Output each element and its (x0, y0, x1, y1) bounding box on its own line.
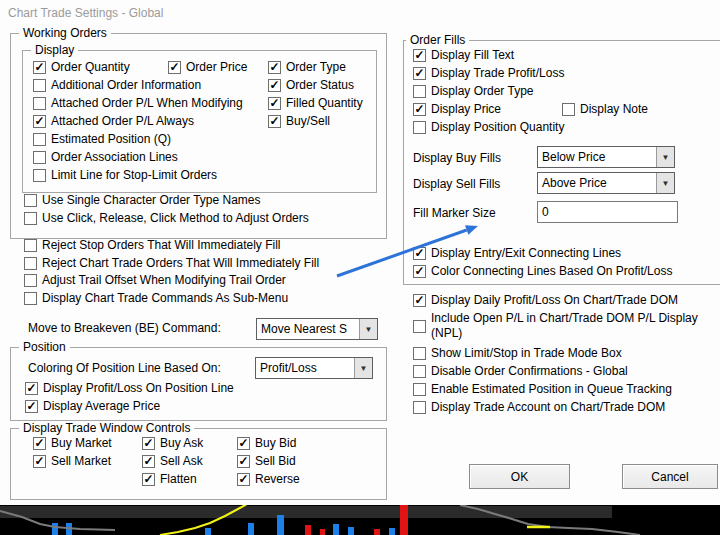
checkbox-icon[interactable] (142, 437, 155, 450)
cancel-button[interactable]: Cancel (622, 464, 718, 489)
checkbox-adjust-trail-offset[interactable]: Adjust Trail Offset When Modifying Trail… (24, 274, 286, 287)
checkbox-display-fill-text[interactable]: Display Fill Text (413, 49, 514, 62)
checkbox-icon[interactable] (237, 473, 250, 486)
checkbox-entry-exit-connecting-lines[interactable]: Display Entry/Exit Connecting Lines (413, 247, 621, 260)
chevron-down-icon[interactable]: ▼ (656, 173, 674, 193)
checkbox-icon[interactable] (142, 455, 155, 468)
checkbox-sell-bid[interactable]: Sell Bid (237, 455, 296, 468)
chevron-down-icon[interactable]: ▼ (359, 319, 377, 339)
checkbox-icon[interactable] (33, 61, 46, 74)
checkbox-sell-market[interactable]: Sell Market (33, 455, 111, 468)
checkbox-icon[interactable] (25, 382, 38, 395)
checkbox-show-limit-stop[interactable]: Show Limit/Stop in Trade Mode Box (413, 347, 622, 360)
display-buy-fills-select[interactable]: Below Price ▼ (537, 146, 675, 168)
checkbox-enable-estimated-position-queue[interactable]: Enable Estimated Position in Queue Track… (413, 383, 672, 396)
chart-trade-settings-dialog: Chart Trade Settings - Global Working Or… (0, 0, 720, 535)
checkbox-reject-chart-trade-orders[interactable]: Reject Chart Trade Orders That Will Imme… (24, 257, 319, 270)
checkbox-flatten[interactable]: Flatten (142, 473, 197, 486)
checkbox-display-position-quantity[interactable]: Display Position Quantity (413, 121, 564, 134)
checkbox-icon[interactable] (33, 455, 46, 468)
checkbox-icon[interactable] (268, 79, 281, 92)
checkbox-buy-sell[interactable]: Buy/Sell (268, 115, 330, 128)
checkbox-reject-stop-orders[interactable]: Reject Stop Orders That Will Immediately… (24, 239, 281, 252)
checkbox-icon[interactable] (24, 212, 37, 225)
checkbox-display-order-type-fills[interactable]: Display Order Type (413, 85, 534, 98)
checkbox-icon[interactable] (33, 133, 46, 146)
checkbox-icon[interactable] (33, 169, 46, 182)
checkbox-buy-market[interactable]: Buy Market (33, 437, 112, 450)
checkbox-icon[interactable] (413, 365, 426, 378)
checkbox-order-price[interactable]: Order Price (168, 61, 247, 74)
checkbox-estimated-position[interactable]: Estimated Position (Q) (33, 133, 171, 146)
checkbox-icon[interactable] (413, 294, 426, 307)
checkbox-buy-bid[interactable]: Buy Bid (237, 437, 296, 450)
checkbox-color-connecting-lines[interactable]: Color Connecting Lines Based On Profit/L… (413, 265, 672, 278)
checkbox-icon[interactable] (237, 455, 250, 468)
checkbox-icon[interactable] (413, 265, 426, 278)
checkbox-icon[interactable] (24, 239, 37, 252)
checkbox-icon[interactable] (33, 437, 46, 450)
checkbox-icon[interactable] (268, 115, 281, 128)
display-sell-fills-select[interactable]: Above Price ▼ (537, 172, 675, 194)
checkbox-display-trade-pl[interactable]: Display Trade Profit/Loss (413, 67, 564, 80)
checkbox-icon[interactable] (413, 49, 426, 62)
checkbox-filled-quantity[interactable]: Filled Quantity (268, 97, 363, 110)
checkbox-icon[interactable] (24, 194, 37, 207)
checkbox-attached-order-pl-always[interactable]: Attached Order P/L Always (33, 115, 194, 128)
checkbox-include-open-pl[interactable] (413, 320, 426, 333)
checkbox-limit-line-stop-limit[interactable]: Limit Line for Stop-Limit Orders (33, 169, 217, 182)
checkbox-reverse[interactable]: Reverse (237, 473, 300, 486)
checkbox-order-type[interactable]: Order Type (268, 61, 346, 74)
ok-button[interactable]: OK (469, 464, 570, 489)
checkbox-display-pl-on-position-line[interactable]: Display Profit/Loss On Position Line (25, 382, 234, 395)
checkbox-icon[interactable] (33, 97, 46, 110)
checkbox-icon[interactable] (413, 67, 426, 80)
checkbox-display-daily-pl[interactable]: Display Daily Profit/Loss On Chart/Trade… (413, 294, 678, 307)
checkbox-icon[interactable] (168, 61, 181, 74)
breakeven-command-label: Move to Breakeven (BE) Command: (28, 321, 221, 335)
checkbox-display-average-price[interactable]: Display Average Price (25, 400, 160, 413)
checkbox-icon[interactable] (413, 401, 426, 414)
checkbox-icon[interactable] (33, 115, 46, 128)
checkbox-order-association-lines[interactable]: Order Association Lines (33, 151, 178, 164)
fill-marker-size-input[interactable] (537, 201, 678, 223)
checkbox-icon[interactable] (237, 437, 250, 450)
checkbox-icon[interactable] (268, 97, 281, 110)
chevron-down-icon[interactable]: ▼ (354, 358, 372, 378)
checkbox-chart-trade-commands-submenu[interactable]: Display Chart Trade Commands As Sub-Menu (24, 292, 288, 305)
checkbox-order-quantity[interactable]: Order Quantity (33, 61, 130, 74)
checkbox-display-price[interactable]: Display Price (413, 103, 501, 116)
checkbox-display-trade-account[interactable]: Display Trade Account on Chart/Trade DOM (413, 401, 665, 414)
checkbox-order-status[interactable]: Order Status (268, 79, 354, 92)
checkbox-icon[interactable] (413, 247, 426, 260)
checkbox-icon[interactable] (24, 274, 37, 287)
checkbox-icon[interactable] (413, 347, 426, 360)
breakeven-command-select[interactable]: Move Nearest S ▼ (256, 318, 378, 340)
checkbox-icon[interactable] (25, 400, 38, 413)
checkbox-disable-order-confirmations[interactable]: Disable Order Confirmations - Global (413, 365, 628, 378)
checkbox-icon[interactable] (268, 61, 281, 74)
checkbox-icon[interactable] (24, 292, 37, 305)
checkbox-icon[interactable] (142, 473, 155, 486)
checkbox-icon[interactable] (413, 103, 426, 116)
checkbox-click-release-click-method[interactable]: Use Click, Release, Click Method to Adju… (24, 212, 309, 225)
checkbox-buy-ask[interactable]: Buy Ask (142, 437, 203, 450)
checkbox-additional-order-information[interactable]: Additional Order Information (33, 79, 201, 92)
fill-marker-size-label: Fill Marker Size (413, 206, 496, 220)
checkbox-icon[interactable] (413, 320, 426, 333)
checkbox-icon[interactable] (33, 79, 46, 92)
checkbox-attached-order-pl-when-modifying[interactable]: Attached Order P/L When Modifying (33, 97, 243, 110)
group-order-fills-label: Order Fills (406, 33, 469, 47)
checkbox-display-note[interactable]: Display Note (562, 103, 648, 116)
checkbox-single-character-order-type-names[interactable]: Use Single Character Order Type Names (24, 194, 261, 207)
checkbox-icon[interactable] (413, 121, 426, 134)
checkbox-sell-ask[interactable]: Sell Ask (142, 455, 203, 468)
checkbox-icon[interactable] (413, 85, 426, 98)
position-coloring-select[interactable]: Profit/Loss ▼ (255, 357, 373, 379)
checkbox-icon[interactable] (33, 151, 46, 164)
checkbox-icon[interactable] (562, 103, 575, 116)
checkbox-icon[interactable] (24, 257, 37, 270)
position-coloring-label: Coloring Of Position Line Based On: (28, 361, 221, 375)
checkbox-icon[interactable] (413, 383, 426, 396)
chevron-down-icon[interactable]: ▼ (656, 147, 674, 167)
